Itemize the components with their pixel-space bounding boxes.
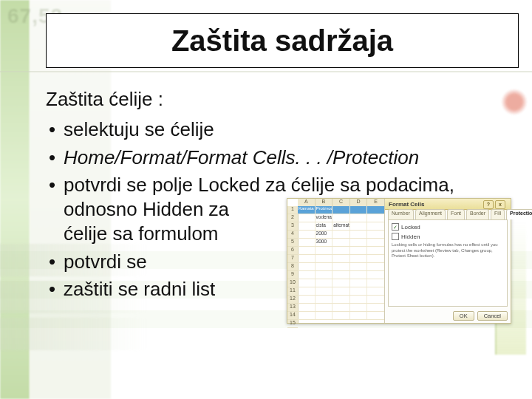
table-row: 2000: [298, 231, 385, 239]
row-num: 10: [287, 279, 298, 287]
col-header: A: [298, 199, 316, 206]
cell: [350, 231, 368, 238]
cell: [367, 214, 385, 222]
bullet-item: selektuju se ćelije: [46, 117, 516, 145]
cell: [350, 239, 368, 246]
row-num: 11: [287, 287, 298, 296]
locked-checkbox-row: ✓ Locked: [392, 223, 504, 231]
format-cells-dialog: Format Cells ? x Number Alignment Font B…: [384, 199, 511, 323]
tab-fill[interactable]: Fill: [491, 209, 505, 219]
tab-border[interactable]: Border: [466, 209, 489, 219]
cell: [298, 214, 316, 222]
close-icon[interactable]: x: [495, 200, 505, 209]
dialog-body: ✓ Locked Hidden Locking cells or hiding …: [388, 219, 508, 307]
table-row: [298, 287, 385, 296]
cell: [332, 206, 350, 214]
bullet-text: zaštiti se radni list: [64, 278, 215, 300]
row-num: 15: [287, 320, 298, 328]
cell: [367, 222, 385, 230]
cells: Kamata Proizvodnja vodena pumpa cista: [298, 206, 385, 323]
hidden-checkbox-row: Hidden: [392, 233, 504, 240]
dialog-titlebar: Format Cells ? x: [385, 199, 511, 210]
tab-protection[interactable]: Protection: [506, 209, 532, 219]
locked-label: Locked: [401, 224, 420, 231]
cell: Kamata: [298, 206, 316, 214]
col-header: E: [367, 199, 385, 206]
table-row: [298, 312, 385, 320]
table-row: [298, 279, 385, 287]
row-num: 12: [287, 296, 298, 304]
cell: [350, 206, 368, 214]
table-row: [298, 304, 385, 312]
cell: [298, 231, 316, 238]
table-row: Kamata Proizvodnja: [298, 206, 385, 214]
col-header: D: [350, 199, 368, 206]
row-num: 13: [287, 304, 298, 312]
excel-grid: A B C D E 1 2 3 4 5 6 7 8 9 10 11 12 13 …: [287, 199, 386, 323]
row-num: 3: [287, 222, 298, 231]
table-row: 3000: [298, 239, 385, 247]
cell: [350, 214, 368, 222]
row-num: 6: [287, 247, 298, 255]
tab-font[interactable]: Font: [447, 209, 465, 219]
embedded-screenshot: A B C D E 1 2 3 4 5 6 7 8 9 10 11 12 13 …: [287, 198, 511, 324]
cell: 3000: [316, 239, 333, 246]
cell: [367, 206, 385, 214]
hidden-label: Hidden: [401, 233, 420, 240]
table-row: [298, 255, 385, 263]
dialog-buttons: OK Cancel: [453, 311, 508, 321]
cell: cista: [316, 222, 333, 230]
cell: 2000: [316, 231, 333, 238]
bullet-text: selektuju se ćelije: [64, 118, 214, 140]
cell: alternator: [332, 222, 350, 230]
locked-checkbox[interactable]: ✓: [392, 223, 399, 231]
help-icon[interactable]: ?: [483, 200, 494, 209]
col-header: C: [332, 199, 350, 206]
cell: [298, 239, 316, 246]
dialog-tabs: Number Alignment Font Border Fill Protec…: [388, 209, 508, 219]
table-row: [298, 263, 385, 271]
lead-line: Zaštita ćelije :: [46, 87, 516, 112]
cell: [367, 239, 385, 246]
table-row: [298, 296, 385, 304]
cell: [350, 222, 368, 230]
bullet-text: potvrdi se: [64, 250, 147, 273]
cancel-button[interactable]: Cancel: [477, 311, 508, 321]
protection-hint: Locking cells or hiding formulas has no …: [392, 242, 504, 259]
title-box: Zaštita sadržaja: [46, 13, 519, 68]
table-row: [298, 247, 385, 255]
row-num: 14: [287, 312, 298, 320]
tab-alignment[interactable]: Alignment: [415, 209, 446, 219]
row-num: 5: [287, 239, 298, 247]
row-headers: 1 2 3 4 5 6 7 8 9 10 11 12 13 14 15: [287, 206, 299, 323]
table-row: cista alternator: [298, 222, 385, 231]
cell: [332, 239, 350, 246]
row-num: 9: [287, 271, 298, 279]
cell: [332, 214, 350, 222]
col-header: B: [316, 199, 333, 206]
table-row: [298, 271, 385, 279]
hidden-checkbox[interactable]: [392, 233, 399, 240]
cell: [332, 231, 350, 238]
tab-number[interactable]: Number: [388, 209, 414, 219]
cell: Proizvodnja: [316, 206, 333, 214]
row-num: 7: [287, 255, 298, 263]
cell: [298, 222, 316, 230]
cell: vodena pumpa: [316, 214, 333, 222]
row-num: 4: [287, 231, 298, 239]
cell: [367, 231, 385, 238]
slide: 67,52 Zaštita sadržaja Zaštita ćelije : …: [0, 0, 532, 399]
slide-title: Zaštita sadržaja: [171, 24, 393, 58]
column-headers: A B C D E: [298, 199, 385, 206]
row-num: 1: [287, 206, 298, 214]
table-row: vodena pumpa: [298, 214, 385, 222]
bullet-text: potvrdi se polje Locked za ćelije sa pod…: [64, 174, 454, 196]
ok-button[interactable]: OK: [453, 311, 474, 321]
bullet-item: Home/Format/Format Cells. . . /Protectio…: [46, 146, 516, 173]
dialog-title: Format Cells: [385, 201, 428, 208]
bullet-text: Home/Format/Format Cells. . . /Protectio…: [64, 146, 419, 168]
row-num: 8: [287, 263, 298, 271]
row-num: 2: [287, 214, 298, 222]
